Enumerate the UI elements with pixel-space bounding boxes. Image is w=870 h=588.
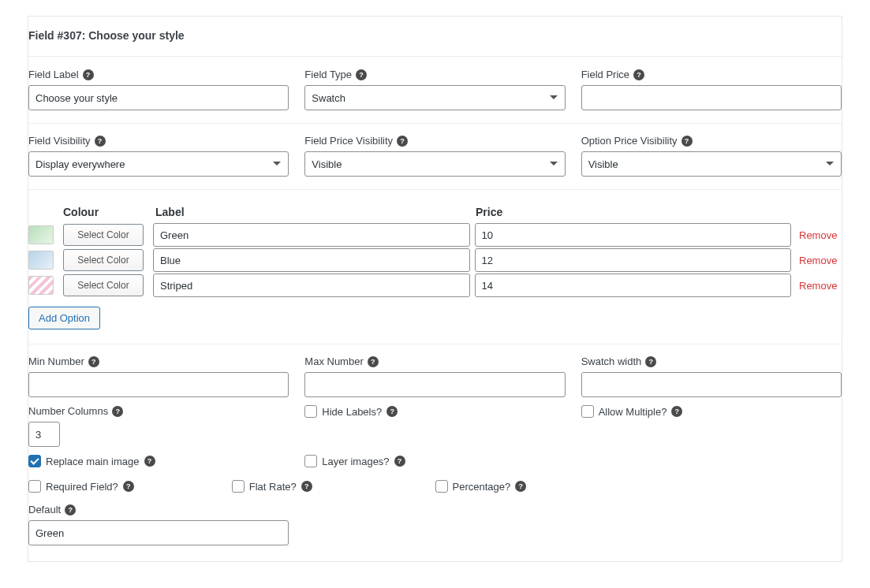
help-icon[interactable]: ?: [112, 406, 123, 417]
help-icon[interactable]: ?: [633, 69, 644, 80]
field-price-visibility-select[interactable]: Visible: [304, 151, 565, 177]
min-number-input[interactable]: [28, 372, 289, 397]
option-price-visibility-select[interactable]: Visible: [581, 151, 842, 177]
help-icon[interactable]: ?: [301, 481, 312, 492]
default-group: Default ?: [28, 504, 842, 545]
help-icon[interactable]: ?: [394, 456, 405, 467]
select-color-button[interactable]: Select Color: [63, 274, 144, 296]
replace-main-image-line: Replace main image ?: [28, 455, 289, 467]
help-icon[interactable]: ?: [123, 481, 134, 492]
option-row: Select ColorRemove: [28, 223, 842, 247]
text-label: Field Type: [304, 69, 352, 80]
field-type-select[interactable]: Swatch: [304, 85, 565, 110]
flat-rate-checkbox[interactable]: [232, 480, 245, 493]
allow-multiple-group: Allow Multiple? ?: [581, 405, 842, 447]
col-header-colour: Colour: [63, 206, 154, 218]
help-icon[interactable]: ?: [65, 504, 76, 515]
panel-title: Field #307: Choose your style: [28, 24, 842, 57]
text-label: Default: [28, 504, 61, 515]
replace-main-image-checkbox[interactable]: [28, 455, 41, 467]
field-visibility-select[interactable]: Display everywhere: [28, 151, 289, 177]
col-header-price: Price: [474, 206, 794, 218]
text-label: Hide Labels?: [322, 406, 382, 418]
remove-option-link[interactable]: Remove: [796, 280, 842, 292]
default-label: Default ?: [28, 504, 842, 515]
help-icon[interactable]: ?: [144, 456, 155, 467]
field-price-input[interactable]: [581, 85, 842, 110]
help-icon[interactable]: ?: [368, 356, 379, 367]
row-minmax: Min Number ? Max Number ? Swatch width ?: [28, 355, 842, 405]
remove-option-link[interactable]: Remove: [796, 255, 842, 266]
field-visibility-label: Field Visibility ?: [28, 135, 289, 147]
text-label: Field Visibility: [28, 135, 91, 147]
option-price-visibility-group: Option Price Visibility ? Visible: [581, 135, 842, 177]
col-header-label: Label: [154, 206, 474, 218]
options-rows: Select ColorRemoveSelect ColorRemoveSele…: [28, 223, 842, 297]
field-price-group: Field Price ?: [581, 69, 842, 110]
remove-option-link[interactable]: Remove: [796, 229, 842, 241]
add-option-button[interactable]: Add Option: [28, 307, 100, 329]
field-editor-panel: Field #307: Choose your style Field Labe…: [28, 16, 842, 562]
text-label: Replace main image: [46, 456, 140, 467]
option-label-input[interactable]: [153, 223, 470, 247]
row-basic: Field Label ? Field Type ? Swatch Field …: [28, 69, 842, 124]
help-icon[interactable]: ?: [95, 136, 106, 147]
field-label-group: Field Label ?: [28, 69, 289, 110]
help-icon[interactable]: ?: [645, 356, 656, 367]
max-number-input[interactable]: [304, 372, 565, 397]
replace-main-image-group: Replace main image ?: [28, 455, 289, 467]
default-input[interactable]: [28, 520, 289, 545]
hide-labels-checkbox[interactable]: [304, 405, 317, 418]
option-label-input[interactable]: [153, 274, 470, 297]
field-type-group: Field Type ? Swatch: [304, 69, 565, 110]
text-label: Option Price Visibility: [581, 135, 678, 147]
option-thumbnail[interactable]: [28, 225, 54, 244]
help-icon[interactable]: ?: [515, 481, 526, 492]
select-color-button[interactable]: Select Color: [63, 249, 144, 271]
option-price-input[interactable]: [475, 274, 792, 297]
text-label: Min Number: [28, 355, 84, 367]
number-columns-input[interactable]: [28, 422, 60, 447]
help-icon[interactable]: ?: [88, 356, 99, 367]
min-number-group: Min Number ?: [28, 355, 289, 397]
hide-labels-line: Hide Labels? ?: [304, 405, 565, 418]
max-number-label: Max Number ?: [304, 355, 565, 367]
required-field-line: Required Field? ?: [28, 480, 232, 493]
help-icon[interactable]: ?: [681, 136, 693, 147]
field-price-visibility-label: Field Price Visibility ?: [304, 135, 565, 147]
number-columns-group: Number Columns ?: [28, 405, 289, 447]
layer-images-checkbox[interactable]: [304, 455, 317, 467]
text-label: Layer images?: [322, 456, 389, 467]
help-icon[interactable]: ?: [356, 69, 367, 80]
percentage-line: Percentage? ?: [435, 480, 639, 493]
option-price-input[interactable]: [475, 248, 792, 272]
flat-rate-line: Flat Rate? ?: [232, 480, 435, 493]
text-label: Field Price Visibility: [304, 135, 393, 147]
row-flags: Required Field? ? Flat Rate? ? Percentag…: [28, 475, 842, 504]
help-icon[interactable]: ?: [386, 406, 398, 417]
option-thumbnail[interactable]: [28, 251, 54, 270]
option-label-input[interactable]: [153, 248, 470, 272]
text-label: Number Columns: [28, 405, 108, 417]
text-label: Flat Rate?: [249, 481, 297, 493]
allow-multiple-checkbox[interactable]: [581, 405, 594, 418]
swatch-width-label: Swatch width ?: [581, 355, 842, 367]
row-columns: Number Columns ? Hide Labels? ? Allow Mu…: [28, 405, 842, 455]
option-price-input[interactable]: [475, 223, 792, 247]
percentage-checkbox[interactable]: [435, 480, 448, 493]
select-color-button[interactable]: Select Color: [63, 224, 144, 246]
text-label: Swatch width: [581, 355, 642, 367]
text-label: Percentage?: [453, 481, 511, 493]
swatch-width-group: Swatch width ?: [581, 355, 842, 397]
required-field-checkbox[interactable]: [28, 480, 41, 493]
swatch-width-input[interactable]: [581, 372, 842, 397]
text-label: Required Field?: [46, 481, 118, 493]
option-thumbnail[interactable]: [28, 276, 54, 295]
help-icon[interactable]: ?: [671, 406, 682, 417]
field-label-input[interactable]: [28, 85, 289, 110]
row-images: Replace main image ? Layer images? ?: [28, 455, 842, 475]
options-header: Colour Label Price: [28, 201, 842, 223]
help-icon[interactable]: ?: [83, 69, 94, 80]
help-icon[interactable]: ?: [397, 136, 408, 147]
text-label: Allow Multiple?: [599, 406, 667, 418]
